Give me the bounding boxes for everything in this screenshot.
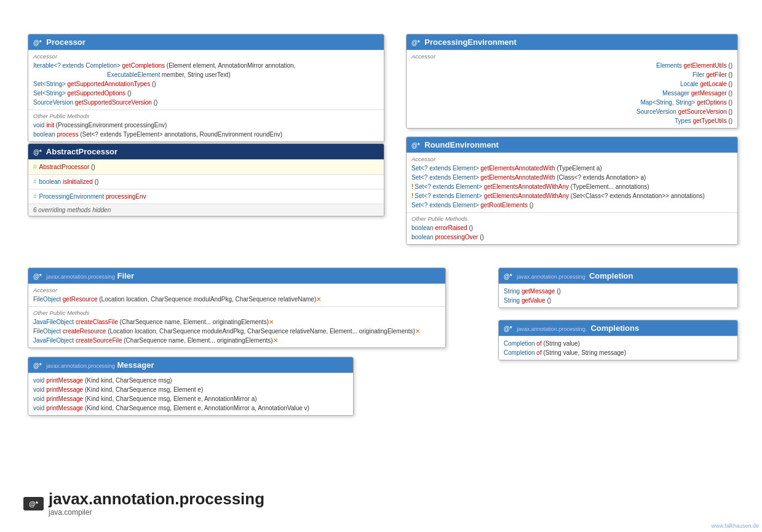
abstract-field-1: # boolean isInitialized ()	[33, 177, 379, 186]
round-env-other-label: Other Public Methods	[411, 215, 732, 222]
filer-other-section: Other Public Methods JavaFileObject crea…	[28, 306, 445, 347]
filer-other-2: FileObject createResource (Location loca…	[33, 327, 440, 336]
messager-method-1: void printMessage (Kind kind, CharSequen…	[33, 376, 348, 385]
completions-method-1: Completion of (String value)	[504, 339, 732, 348]
abstract-field-2: # ProcessingEnvironment processingEnv	[33, 192, 379, 201]
at-star-icon-3: @*	[411, 39, 420, 46]
messager-header: @* javax.annotation.processing Messager	[28, 357, 353, 373]
processor-header: @* Processor	[28, 34, 384, 50]
completion-title: Completion	[589, 271, 633, 280]
messager-pkg: javax.annotation.processing	[46, 363, 115, 369]
processor-method-4: SourceVersion getSupportedSourceVersion …	[33, 98, 379, 107]
pe-method-3: Locale getLocale ()	[411, 79, 732, 89]
messager-card: @* javax.annotation.processing Messager …	[28, 357, 354, 416]
processing-env-header: @* ProcessingEnvironment	[407, 34, 737, 50]
pe-method-4: Messager getMessager ()	[411, 89, 732, 98]
processor-card: @* Processor Accessor Iterable<? extends…	[28, 34, 384, 142]
re-other-2: boolean processingOver ()	[411, 232, 732, 242]
filer-other-label: Other Public Methods	[33, 309, 440, 316]
at-star-icon-6: @*	[33, 362, 42, 369]
completion-method-2: String getValue ()	[504, 296, 732, 305]
completion-header: @* javax.annotation.processing Completio…	[499, 268, 737, 284]
processor-accessor-section: Accessor Iterable<? extends Completion> …	[28, 50, 384, 109]
at-star-icon-5: @*	[33, 273, 42, 280]
abstract-processor-title: AbstractProcessor	[46, 147, 117, 156]
round-env-methods-section: Accessor Set<? extends Element> getEleme…	[407, 153, 737, 212]
abstract-processor-card: @* AbstractProcessor # AbstractProcessor…	[28, 143, 384, 216]
re-method-3: ! Set<? extends Element> getElementsAnno…	[411, 182, 732, 191]
footer-container: @* javax.annotation.processing java.comp…	[23, 490, 264, 517]
abstract-footer-text: 6 overriding methods hidden	[33, 207, 111, 213]
processing-env-accessor-label: Accessor	[411, 53, 732, 60]
watermark: www.falkhausen.de	[711, 523, 759, 529]
processor-method-1b: ExecutableElement member, String userTex…	[33, 70, 379, 79]
at-star-icon-7: @*	[504, 273, 512, 280]
at-star-icon: @*	[33, 39, 42, 46]
processor-other-1: void init (ProcessingEnvironment process…	[33, 121, 379, 130]
re-method-4: ! Set<? extends Element> getElementsAnno…	[411, 191, 732, 200]
completions-card: @* javax.annotation.processing. Completi…	[498, 320, 738, 360]
processor-accessor-label: Accessor	[33, 53, 379, 60]
abstract-footer-section: 6 overriding methods hidden	[28, 204, 384, 216]
diagram-container: @* Processor Accessor Iterable<? extends…	[0, 0, 762, 532]
pe-method-6: SourceVersion getSourceVersion ()	[411, 107, 732, 116]
messager-method-2: void printMessage (Kind kind, CharSequen…	[33, 385, 348, 394]
processor-other-label: Other Public Methods	[33, 113, 379, 119]
abstract-processor-header: @* AbstractProcessor	[28, 144, 384, 159]
completions-method-2: Completion of (String value, String mess…	[504, 348, 732, 357]
re-method-1: Set<? extends Element> getElementsAnnota…	[411, 164, 732, 173]
messager-method-4: void printMessage (Kind kind, CharSequen…	[33, 403, 348, 413]
completions-methods-section: Completion of (String value) Completion …	[499, 336, 737, 360]
filer-method-1: FileObject getResource (Location locatio…	[33, 295, 440, 304]
abstract-fields-section: # boolean isInitialized ()	[28, 174, 384, 189]
re-other-1: boolean errorRaised ()	[411, 223, 732, 232]
processor-other-section: Other Public Methods void init (Processi…	[28, 109, 384, 141]
filer-other-3: JavaFileObject createSourceFile (CharSeq…	[33, 336, 440, 345]
completions-title: Completions	[590, 324, 639, 333]
completion-methods-section: String getMessage () String getValue ()	[499, 284, 737, 308]
footer-sub-title: java.compiler	[49, 508, 264, 517]
processor-method-2: Set<String> getSupportedAnnotationTypes …	[33, 79, 379, 89]
abstract-constructor: # AbstractProcessor ()	[33, 162, 379, 172]
filer-pkg: javax.annotation.processing	[46, 274, 115, 280]
completions-header: @* javax.annotation.processing. Completi…	[499, 320, 737, 336]
pe-method-7: Types getTypeUtils ()	[411, 116, 732, 125]
footer-main-title: javax.annotation.processing	[49, 490, 264, 508]
processing-env-methods-section: Accessor Elements getElementUtils () Fil…	[407, 50, 737, 128]
round-env-accessor-label: Accessor	[411, 156, 732, 162]
round-env-other-section: Other Public Methods boolean errorRaised…	[407, 212, 737, 244]
processing-env-title: ProcessingEnvironment	[424, 38, 517, 47]
filer-card: @* javax.annotation.processing Filer Acc…	[28, 268, 446, 348]
filer-accessor-label: Accessor	[33, 287, 440, 293]
completion-card: @* javax.annotation.processing Completio…	[498, 268, 738, 308]
abstract-field-2-section: # ProcessingEnvironment processingEnv	[28, 189, 384, 204]
processor-method-1: Iterable<? extends Completion> getComple…	[33, 61, 379, 70]
processor-title: Processor	[46, 38, 85, 47]
filer-other-1: JavaFileObject createClassFile (CharSequ…	[33, 317, 440, 327]
messager-method-3: void printMessage (Kind kind, CharSequen…	[33, 394, 348, 403]
pe-method-1: Elements getElementUtils ()	[411, 61, 732, 70]
completions-pkg: javax.annotation.processing.	[517, 326, 589, 332]
completion-pkg: javax.annotation.processing	[517, 274, 587, 280]
re-method-5: Set<? extends Element> getRootElements (…	[411, 200, 732, 210]
pe-method-2: Filer getFiler ()	[411, 70, 732, 79]
processing-env-card: @* ProcessingEnvironment Accessor Elemen…	[406, 34, 738, 129]
messager-methods-section: void printMessage (Kind kind, CharSequen…	[28, 373, 353, 415]
processor-other-2: boolean process (Set<? extends TypeEleme…	[33, 130, 379, 139]
footer-text: javax.annotation.processing java.compile…	[49, 490, 264, 517]
abstract-constructor-section: # AbstractProcessor ()	[28, 159, 384, 174]
re-method-2: Set<? extends Element> getElementsAnnota…	[411, 173, 732, 182]
at-star-icon-8: @*	[504, 325, 512, 332]
messager-title: Messager	[117, 360, 154, 370]
footer-badge: @*	[23, 497, 44, 510]
filer-accessor-section: Accessor FileObject getResource (Locatio…	[28, 284, 445, 306]
round-env-title: RoundEnvironment	[424, 140, 499, 149]
pe-method-5: Map<String, String> getOptions ()	[411, 98, 732, 107]
processor-method-3: Set<String> getSupportedOptions ()	[33, 89, 379, 98]
round-env-card: @* RoundEnvironment Accessor Set<? exten…	[406, 137, 738, 245]
filer-header: @* javax.annotation.processing Filer	[28, 268, 445, 284]
round-env-header: @* RoundEnvironment	[407, 137, 737, 153]
completion-method-1: String getMessage ()	[504, 287, 732, 296]
filer-title: Filer	[117, 271, 133, 280]
at-star-icon-4: @*	[411, 142, 420, 149]
